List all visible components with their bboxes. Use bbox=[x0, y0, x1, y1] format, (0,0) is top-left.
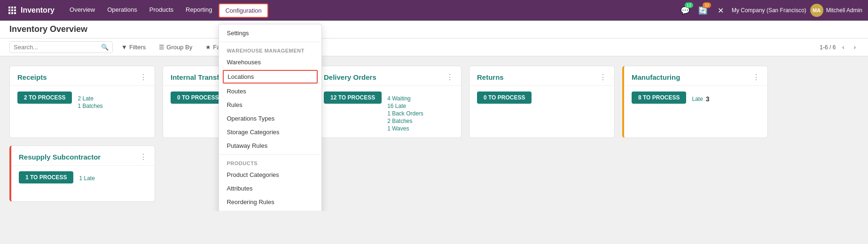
receipts-process-btn[interactable]: 2 TO PROCESS bbox=[17, 92, 72, 104]
nav-configuration[interactable]: Configuration bbox=[219, 3, 268, 18]
page-title: Inventory Overview bbox=[9, 24, 87, 34]
card-delivery-body: 12 TO PROCESS 4 Waiting 16 Late 1 Back O… bbox=[316, 86, 461, 137]
menu-rules[interactable]: Rules bbox=[219, 98, 321, 112]
svg-rect-1 bbox=[11, 7, 13, 8]
menu-locations[interactable]: Locations bbox=[223, 70, 318, 84]
card-delivery-row: 12 TO PROCESS 4 Waiting 16 Late 1 Back O… bbox=[324, 92, 454, 132]
nav-reporting[interactable]: Reporting bbox=[180, 3, 218, 18]
card-resupply-menu[interactable]: ⋮ bbox=[140, 152, 147, 161]
section-products-label: Products bbox=[219, 157, 321, 168]
card-receipts-menu[interactable]: ⋮ bbox=[140, 73, 147, 82]
card-manufacturing-menu[interactable]: ⋮ bbox=[752, 73, 760, 82]
menu-product-categories[interactable]: Product Categories bbox=[219, 168, 321, 182]
svg-rect-3 bbox=[8, 9, 10, 11]
user-menu[interactable]: MA Mitchell Admin bbox=[810, 4, 862, 17]
card-delivery-stats: 4 Waiting 16 Late 1 Back Orders 2 Batche… bbox=[387, 95, 423, 132]
menu-reordering-rules[interactable]: Reordering Rules bbox=[219, 195, 321, 209]
card-delivery-title: Delivery Orders bbox=[324, 73, 376, 81]
receipts-stat-1: 1 Batches bbox=[78, 103, 102, 109]
search-input[interactable] bbox=[14, 44, 98, 51]
delivery-stat-3[interactable]: 2 Batches bbox=[387, 118, 423, 124]
groupby-btn[interactable]: ☰ Group By bbox=[154, 42, 197, 53]
svg-rect-8 bbox=[14, 12, 16, 14]
card-resupply-body: 1 TO PROCESS 1 Late bbox=[11, 166, 155, 189]
returns-process-btn[interactable]: 0 TO PROCESS bbox=[477, 92, 532, 104]
svg-rect-5 bbox=[14, 9, 16, 11]
search-icon: 🔍 bbox=[101, 44, 109, 51]
card-returns-menu[interactable]: ⋮ bbox=[599, 73, 607, 82]
sub-header: Inventory Overview bbox=[0, 21, 868, 38]
top-nav: Inventory Overview Operations Products R… bbox=[0, 0, 868, 21]
menu-warehouses[interactable]: Warehouses bbox=[219, 55, 321, 69]
card-manufacturing-row: 8 TO PROCESS Late 3 bbox=[632, 92, 760, 104]
manufacturing-stat-row: Late 3 bbox=[692, 95, 709, 103]
menu-storage-categories[interactable]: Storage Categories bbox=[219, 125, 321, 139]
svg-rect-0 bbox=[8, 7, 10, 8]
svg-rect-4 bbox=[11, 9, 13, 11]
messages-badge: 12 bbox=[685, 2, 693, 8]
menu-settings[interactable]: Settings bbox=[219, 26, 321, 40]
resupply-process-btn[interactable]: 1 TO PROCESS bbox=[19, 171, 73, 183]
nav-menu: Overview Operations Products Reporting C… bbox=[64, 3, 676, 18]
next-page-btn[interactable]: › bbox=[851, 43, 859, 52]
card-resupply: Resupply Subcontractor ⋮ 1 TO PROCESS 1 … bbox=[9, 145, 155, 202]
card-returns-header: Returns ⋮ bbox=[469, 66, 614, 86]
delivery-stat-2[interactable]: 1 Back Orders bbox=[387, 110, 423, 117]
divider-1 bbox=[219, 42, 321, 42]
close-btn[interactable]: ✕ bbox=[714, 3, 728, 17]
card-delivery-menu[interactable]: ⋮ bbox=[446, 73, 454, 82]
svg-rect-7 bbox=[11, 12, 13, 14]
pagination-info: 1-6 / 6 bbox=[820, 44, 836, 51]
card-receipts-row: 2 TO PROCESS 2 Late 1 Batches bbox=[17, 92, 147, 109]
card-returns-row: 0 TO PROCESS bbox=[477, 92, 607, 104]
card-delivery-header: Delivery Orders ⋮ bbox=[316, 66, 461, 86]
card-returns: Returns ⋮ 0 TO PROCESS bbox=[469, 66, 615, 138]
nav-operations[interactable]: Operations bbox=[102, 3, 143, 18]
svg-rect-6 bbox=[8, 12, 10, 14]
section-warehouse-label: Warehouse Management bbox=[219, 44, 321, 55]
card-manufacturing-title: Manufacturing bbox=[632, 73, 680, 81]
card-resupply-row: 1 TO PROCESS 1 Late bbox=[19, 171, 147, 183]
manufacturing-stat-0[interactable]: Late bbox=[692, 96, 703, 102]
groupby-icon: ☰ bbox=[159, 44, 164, 51]
menu-putaway-rules[interactable]: Putaway Rules bbox=[219, 139, 321, 152]
filters-label: Filters bbox=[129, 44, 146, 51]
manufacturing-process-btn[interactable]: 8 TO PROCESS bbox=[632, 92, 686, 104]
internal-process-btn[interactable]: 0 TO PROCESS bbox=[171, 92, 225, 104]
delivery-stat-1[interactable]: 16 Late bbox=[387, 103, 423, 109]
card-manufacturing-body: 8 TO PROCESS Late 3 bbox=[624, 86, 767, 109]
delivery-process-btn[interactable]: 12 TO PROCESS bbox=[324, 92, 382, 104]
divider-3 bbox=[219, 211, 321, 211]
menu-attributes[interactable]: Attributes bbox=[219, 182, 321, 195]
resupply-stat-0[interactable]: 1 Late bbox=[79, 175, 94, 182]
nav-products[interactable]: Products bbox=[144, 3, 179, 18]
filters-btn[interactable]: ▼ Filters bbox=[117, 42, 150, 53]
card-receipts-title: Receipts bbox=[17, 73, 47, 81]
user-name: Mitchell Admin bbox=[826, 7, 862, 14]
filter-icon: ▼ bbox=[121, 44, 127, 51]
divider-2 bbox=[219, 154, 321, 155]
delivery-stat-0[interactable]: 4 Waiting bbox=[387, 95, 423, 102]
card-receipts-stats: 2 Late 1 Batches bbox=[78, 95, 102, 109]
search-box: 🔍 bbox=[9, 41, 113, 53]
activity-btn[interactable]: 🔄 32 bbox=[696, 3, 710, 17]
messages-btn[interactable]: 💬 12 bbox=[678, 3, 692, 17]
star-icon: ★ bbox=[205, 44, 211, 51]
nav-overview[interactable]: Overview bbox=[64, 3, 101, 18]
card-manufacturing: Manufacturing ⋮ 8 TO PROCESS Late 3 bbox=[622, 66, 768, 138]
manufacturing-stat-value: 3 bbox=[706, 95, 710, 103]
menu-operations-types[interactable]: Operations Types bbox=[219, 112, 321, 125]
receipts-stat-0[interactable]: 2 Late bbox=[78, 95, 102, 102]
grid-icon[interactable] bbox=[6, 4, 19, 17]
activity-badge: 32 bbox=[703, 2, 711, 8]
app-name: Inventory bbox=[21, 6, 55, 15]
toolbar-left: 🔍 ▼ Filters ☰ Group By ★ Favorites bbox=[9, 41, 816, 53]
delivery-stat-4[interactable]: 1 Waves bbox=[387, 125, 423, 132]
menu-routes[interactable]: Routes bbox=[219, 84, 321, 98]
card-delivery-orders: Delivery Orders ⋮ 12 TO PROCESS 4 Waitin… bbox=[316, 66, 461, 138]
prev-page-btn[interactable]: ‹ bbox=[839, 43, 847, 52]
card-manufacturing-stats: Late 3 bbox=[692, 95, 709, 103]
groupby-label: Group By bbox=[166, 44, 192, 51]
toolbar: 🔍 ▼ Filters ☰ Group By ★ Favorites 1-6 /… bbox=[0, 38, 868, 56]
toolbar-right: 1-6 / 6 ‹ › bbox=[820, 43, 859, 52]
